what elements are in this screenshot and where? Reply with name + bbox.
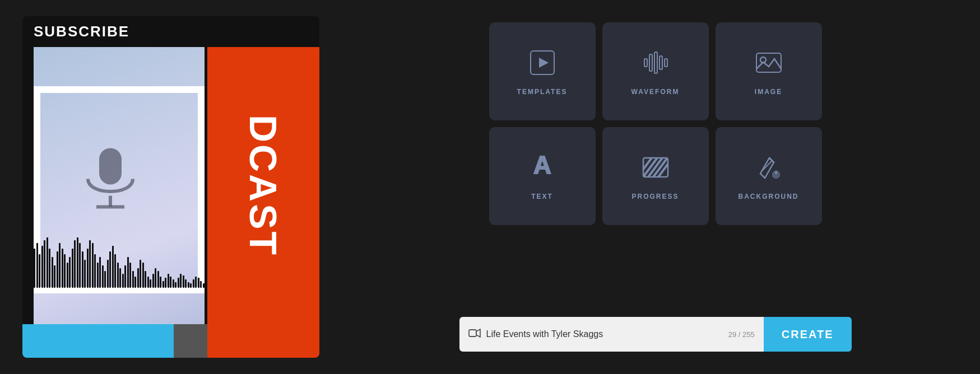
svg-marker-22 [476, 329, 480, 337]
top-bar: SUBSCRIBE [22, 16, 319, 47]
main-layout: SUBSCRIBE D [0, 0, 980, 374]
image-area [34, 47, 205, 324]
svg-rect-6 [649, 54, 652, 71]
templates-icon [527, 48, 558, 78]
svg-rect-21 [469, 330, 476, 336]
svg-marker-4 [539, 58, 549, 68]
bottom-bar [22, 324, 319, 358]
waveform-button[interactable]: WAVEFORM [602, 22, 709, 120]
waveform-icon [640, 48, 671, 78]
create-button[interactable]: CREATE [764, 317, 852, 352]
progress-button[interactable]: PROGRESS [602, 127, 709, 225]
bottom-orange [207, 324, 319, 358]
background-icon [754, 152, 784, 183]
progress-icon [640, 152, 671, 183]
controls-panel: TEMPLATES WAVEFORM [353, 11, 958, 363]
waveform-image-area [34, 221, 205, 288]
background-button[interactable]: BACKGROUND [716, 127, 822, 225]
text-button[interactable]: A TEXT [489, 127, 596, 225]
subscribe-text: SUBSCRIBE [34, 23, 129, 40]
bottom-row: 29 / 255 CREATE [459, 317, 852, 352]
bottom-gray [174, 324, 207, 358]
waveform-label: WAVEFORM [631, 88, 680, 96]
background-label: BACKGROUND [739, 193, 799, 200]
char-count: 29 / 255 [728, 330, 755, 339]
templates-label: TEMPLATES [517, 88, 568, 96]
card-inner: SUBSCRIBE D [22, 16, 319, 358]
bottom-blue [22, 324, 174, 358]
svg-rect-9 [665, 59, 667, 67]
grid-buttons: TEMPLATES WAVEFORM [353, 22, 958, 225]
progress-label: PROGRESS [631, 193, 679, 200]
image-icon [754, 48, 784, 78]
svg-rect-5 [644, 59, 647, 67]
text-icon: A [527, 152, 558, 183]
templates-button[interactable]: TEMPLATES [489, 22, 596, 120]
dcast-strip: DCAST [207, 47, 319, 324]
svg-rect-7 [654, 52, 657, 73]
image-label: IMAGE [755, 88, 782, 96]
svg-text:A: A [533, 152, 551, 179]
title-input[interactable] [486, 329, 723, 339]
image-button[interactable]: IMAGE [716, 22, 822, 120]
text-label: TEXT [531, 193, 553, 200]
preview-card: SUBSCRIBE D [22, 16, 319, 358]
video-icon [468, 329, 481, 340]
dcast-text: DCAST [241, 114, 285, 256]
svg-rect-0 [99, 148, 122, 184]
microphone-icon [77, 142, 144, 229]
svg-rect-8 [659, 56, 662, 69]
input-wrapper: 29 / 255 [459, 317, 764, 352]
